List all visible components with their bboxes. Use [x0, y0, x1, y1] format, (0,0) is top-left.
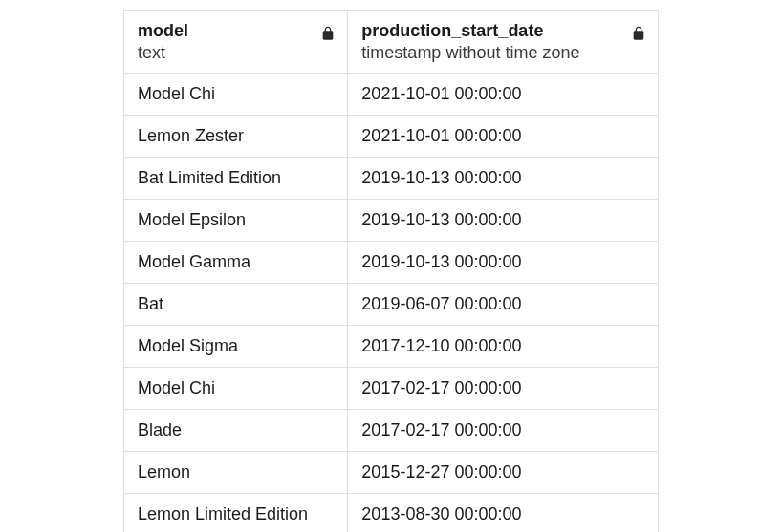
- table-row[interactable]: Lemon2015-12-27 00:00:00: [124, 452, 658, 494]
- table-row[interactable]: Bat2019-06-07 00:00:00: [124, 284, 658, 326]
- table-row[interactable]: Blade2017-02-17 00:00:00: [124, 410, 658, 452]
- cell-model[interactable]: Bat: [124, 284, 348, 325]
- column-name: model: [138, 20, 334, 42]
- cell-model[interactable]: Model Epsilon: [124, 200, 348, 241]
- column-type: timestamp without time zone: [361, 42, 644, 64]
- column-name: production_start_date: [361, 20, 644, 42]
- cell-production-start-date[interactable]: 2019-10-13 00:00:00: [348, 200, 658, 241]
- cell-production-start-date[interactable]: 2013-08-30 00:00:00: [348, 494, 658, 532]
- table-row[interactable]: Model Gamma2019-10-13 00:00:00: [124, 242, 658, 284]
- table-row[interactable]: Lemon Limited Edition2013-08-30 00:00:00: [124, 494, 658, 532]
- cell-model[interactable]: Bat Limited Edition: [124, 158, 348, 199]
- table-body: Model Chi2021-10-01 00:00:00Lemon Zester…: [124, 74, 658, 532]
- cell-model[interactable]: Model Chi: [124, 74, 348, 115]
- cell-model[interactable]: Lemon: [124, 452, 348, 493]
- cell-model[interactable]: Model Sigma: [124, 326, 348, 367]
- lock-icon: [631, 26, 646, 41]
- cell-production-start-date[interactable]: 2019-10-13 00:00:00: [348, 158, 658, 199]
- cell-production-start-date[interactable]: 2017-02-17 00:00:00: [348, 410, 658, 451]
- cell-production-start-date[interactable]: 2019-06-07 00:00:00: [348, 284, 658, 325]
- column-header-model[interactable]: model text: [124, 11, 348, 73]
- cell-model[interactable]: Blade: [124, 410, 348, 451]
- table-row[interactable]: Model Chi2017-02-17 00:00:00: [124, 368, 658, 410]
- table-row[interactable]: Bat Limited Edition2019-10-13 00:00:00: [124, 158, 658, 200]
- table-header-row: model text production_start_date timesta…: [124, 11, 658, 74]
- cell-production-start-date[interactable]: 2017-12-10 00:00:00: [348, 326, 658, 367]
- cell-model[interactable]: Lemon Zester: [124, 116, 348, 157]
- cell-production-start-date[interactable]: 2021-10-01 00:00:00: [348, 116, 658, 157]
- cell-model[interactable]: Lemon Limited Edition: [124, 494, 348, 532]
- cell-production-start-date[interactable]: 2021-10-01 00:00:00: [348, 74, 658, 115]
- table-row[interactable]: Lemon Zester2021-10-01 00:00:00: [124, 116, 658, 158]
- cell-production-start-date[interactable]: 2019-10-13 00:00:00: [348, 242, 658, 283]
- table-row[interactable]: Model Sigma2017-12-10 00:00:00: [124, 326, 658, 368]
- cell-model[interactable]: Model Gamma: [124, 242, 348, 283]
- cell-model[interactable]: Model Chi: [124, 368, 348, 409]
- column-type: text: [138, 42, 334, 64]
- cell-production-start-date[interactable]: 2017-02-17 00:00:00: [348, 368, 658, 409]
- column-header-production-start-date[interactable]: production_start_date timestamp without …: [348, 11, 658, 73]
- lock-icon: [320, 26, 336, 41]
- cell-production-start-date[interactable]: 2015-12-27 00:00:00: [348, 452, 658, 493]
- data-table: model text production_start_date timesta…: [123, 10, 659, 532]
- table-row[interactable]: Model Chi2021-10-01 00:00:00: [124, 74, 658, 116]
- table-row[interactable]: Model Epsilon2019-10-13 00:00:00: [124, 200, 658, 242]
